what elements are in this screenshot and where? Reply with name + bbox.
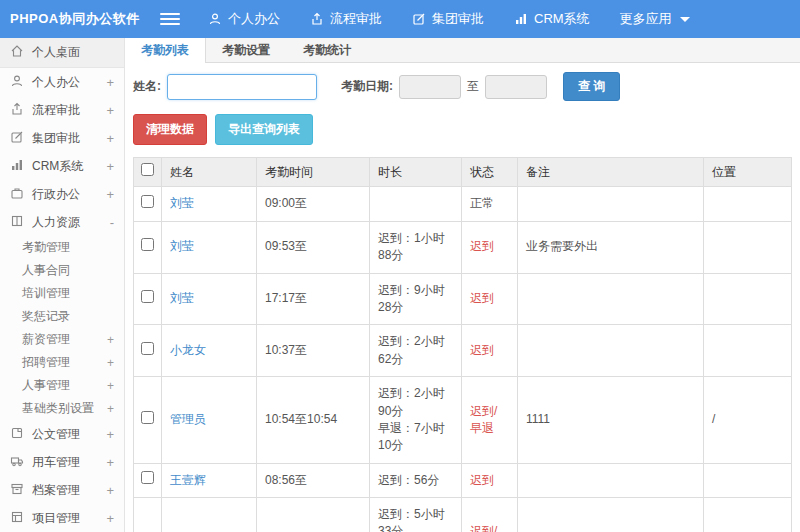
sidebar-subitem-training-mgmt[interactable]: 培训管理 xyxy=(0,282,124,305)
edit-icon xyxy=(412,12,426,26)
row-checkbox[interactable] xyxy=(141,342,154,355)
sidebar-subitem-reward-record[interactable]: 奖惩记录 xyxy=(0,305,124,328)
share-icon xyxy=(310,12,324,26)
status-cell: 迟到/早退 xyxy=(462,498,518,532)
sidebar-subitem-base-category[interactable]: 基础类别设置 + xyxy=(0,397,124,420)
tab-attendance-list[interactable]: 考勤列表 xyxy=(125,38,206,63)
nav-group-approval[interactable]: 集团审批 xyxy=(412,10,484,28)
nav-crm-system[interactable]: CRM系统 xyxy=(514,10,590,28)
row-checkbox[interactable] xyxy=(141,290,154,303)
note-cell: 业务需要外出 xyxy=(518,221,704,273)
archive-icon xyxy=(10,482,32,499)
employee-name-link[interactable]: 管理员 xyxy=(170,412,206,426)
location-cell: / xyxy=(704,498,792,532)
col-duration: 时长 xyxy=(370,158,462,187)
sidebar-item-project-mgmt[interactable]: 项目管理 + xyxy=(0,504,124,532)
sidebar-subitem-hr-contract[interactable]: 人事合同 xyxy=(0,259,124,282)
nav-workflow-approval[interactable]: 流程审批 xyxy=(310,10,382,28)
duration-cell: 迟到：1小时88分 xyxy=(370,221,462,273)
table-header-row: 姓名 考勤时间 时长 状态 备注 位置 xyxy=(134,158,792,187)
employee-name-link[interactable]: 刘莹 xyxy=(170,291,194,305)
project-icon xyxy=(10,510,32,527)
menu-toggle-icon[interactable] xyxy=(160,13,180,25)
status-cell: 迟到/早退 xyxy=(462,377,518,464)
col-note: 备注 xyxy=(518,158,704,187)
employee-name-link[interactable]: 刘莹 xyxy=(170,196,194,210)
date-to-separator: 至 xyxy=(467,78,479,95)
document-icon xyxy=(10,426,32,443)
location-cell xyxy=(704,273,792,325)
duration-cell: 迟到：56分 xyxy=(370,463,462,497)
location-cell: / xyxy=(704,377,792,464)
table-row: 刘莹 09:53至 迟到：1小时88分 迟到 业务需要外出 xyxy=(134,221,792,273)
query-button[interactable]: 查 询 xyxy=(563,72,620,101)
attendance-time-cell: 17:17至 xyxy=(257,273,370,325)
nav-more-apps[interactable]: 更多应用 xyxy=(620,10,690,28)
employee-name-link[interactable]: 小龙女 xyxy=(170,343,206,357)
app-logo: PHPOA协同办公软件 xyxy=(0,10,160,28)
note-cell xyxy=(518,498,704,532)
row-checkbox[interactable] xyxy=(141,411,154,424)
table-row: 刘莹 09:00至 正常 xyxy=(134,187,792,221)
name-input[interactable] xyxy=(167,74,317,100)
col-time: 考勤时间 xyxy=(257,158,370,187)
user-icon xyxy=(10,74,32,91)
status-cell: 迟到 xyxy=(462,273,518,325)
book-icon xyxy=(10,214,32,231)
sidebar-item-document-mgmt[interactable]: 公文管理 + xyxy=(0,420,124,448)
employee-name-link[interactable]: 刘莹 xyxy=(170,239,194,253)
filter-row: 姓名: 考勤日期: 至 查 询 xyxy=(125,63,800,110)
status-cell: 正常 xyxy=(462,187,518,221)
table-row: 王壹辉 08:56至 迟到：56分 迟到 xyxy=(134,463,792,497)
export-list-button[interactable]: 导出查询列表 xyxy=(215,114,313,145)
row-checkbox[interactable] xyxy=(141,238,154,251)
sidebar-item-admin-office[interactable]: 行政办公 + xyxy=(0,180,124,208)
duration-cell: 迟到：2小时90分早退：7小时10分 xyxy=(370,377,462,464)
edit-icon xyxy=(10,130,32,147)
col-name: 姓名 xyxy=(162,158,257,187)
status-cell: 迟到 xyxy=(462,463,518,497)
sidebar-item-vehicle-mgmt[interactable]: 用车管理 + xyxy=(0,448,124,476)
note-cell xyxy=(518,273,704,325)
attendance-time-cell: 10:54至10:54 xyxy=(257,377,370,464)
main-content: 考勤列表 考勤设置 考勤统计 姓名: 考勤日期: 至 查 询 清理数据 导出查询… xyxy=(125,38,800,532)
note-cell: 1111 xyxy=(518,377,704,464)
sidebar-subitem-recruit-mgmt[interactable]: 招聘管理 + xyxy=(0,351,124,374)
select-all-checkbox[interactable] xyxy=(141,163,154,176)
sidebar-item-workflow-approval[interactable]: 流程审批 + xyxy=(0,96,124,124)
employee-name-link[interactable]: 王壹辉 xyxy=(170,473,206,487)
sidebar-subitem-salary-mgmt[interactable]: 薪资管理 + xyxy=(0,328,124,351)
truck-icon xyxy=(10,454,32,471)
share-icon xyxy=(10,102,32,119)
sidebar-item-archive-mgmt[interactable]: 档案管理 + xyxy=(0,476,124,504)
tab-attendance-settings[interactable]: 考勤设置 xyxy=(206,38,287,62)
table-row: 黄蓉 13:20至13:20 迟到：5小时33分早退：4小时67分 迟到/早退 … xyxy=(134,498,792,532)
table-row: 刘莹 17:17至 迟到：9小时28分 迟到 xyxy=(134,273,792,325)
chart-icon xyxy=(10,158,32,175)
date-from-input[interactable] xyxy=(399,75,461,99)
location-cell xyxy=(704,187,792,221)
row-checkbox[interactable] xyxy=(141,471,154,484)
location-cell xyxy=(704,325,792,377)
note-cell xyxy=(518,463,704,497)
nav-personal-office[interactable]: 个人办公 xyxy=(208,10,280,28)
sidebar-item-group-approval[interactable]: 集团审批 + xyxy=(0,124,124,152)
briefcase-icon xyxy=(10,186,32,203)
status-cell: 迟到 xyxy=(462,221,518,273)
col-status: 状态 xyxy=(462,158,518,187)
date-to-input[interactable] xyxy=(485,75,547,99)
sidebar-item-personal-desktop[interactable]: 个人桌面 xyxy=(0,38,124,68)
sidebar-subitem-personnel-mgmt[interactable]: 人事管理 + xyxy=(0,374,124,397)
sidebar-item-crm-system[interactable]: CRM系统 + xyxy=(0,152,124,180)
sidebar-item-human-resources[interactable]: 人力资源 - xyxy=(0,208,124,236)
user-icon xyxy=(208,12,222,26)
date-label: 考勤日期: xyxy=(341,78,393,95)
clean-data-button[interactable]: 清理数据 xyxy=(133,114,207,145)
tab-bar: 考勤列表 考勤设置 考勤统计 xyxy=(125,38,800,63)
sidebar-item-personal-office[interactable]: 个人办公 + xyxy=(0,68,124,96)
tab-attendance-stats[interactable]: 考勤统计 xyxy=(287,38,368,62)
row-checkbox[interactable] xyxy=(141,195,154,208)
duration-cell: 迟到：5小时33分早退：4小时67分 xyxy=(370,498,462,532)
sidebar-subitem-attendance-mgmt[interactable]: 考勤管理 xyxy=(0,236,124,259)
duration-cell: 迟到：2小时62分 xyxy=(370,325,462,377)
